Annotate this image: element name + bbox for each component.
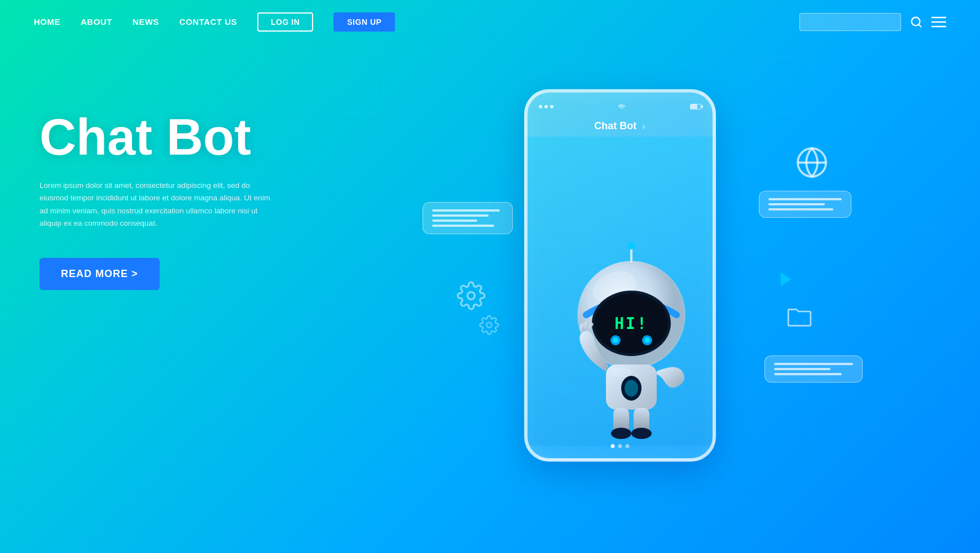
gear-icon-large: [456, 281, 486, 317]
folder-icon: [787, 306, 812, 332]
read-more-button[interactable]: READ MorE >: [39, 258, 160, 290]
phone-status-bar: [528, 93, 713, 116]
hero-left: Chat Bot Lorem ipsum dolor sit amet, con…: [39, 67, 322, 290]
chat-bubble-right-bottom: [764, 356, 863, 383]
chat-line: [774, 368, 830, 370]
menu-icon: [931, 16, 946, 28]
chat-bubble-left: [423, 202, 513, 234]
chat-line: [768, 198, 842, 200]
svg-point-6: [486, 323, 491, 328]
chat-line: [432, 225, 494, 227]
svg-point-28: [611, 428, 631, 439]
wifi-icon: [617, 102, 627, 111]
hero-description: Lorem ipsum dolor sit amet, consectetur …: [39, 179, 276, 230]
svg-marker-9: [780, 273, 791, 286]
svg-point-25: [625, 380, 638, 397]
nav-item-home[interactable]: HOME: [34, 17, 60, 27]
robot-character: HI!: [552, 242, 710, 456]
svg-point-21: [628, 243, 635, 249]
nav-item-contact[interactable]: CONTACT US: [179, 17, 237, 27]
phone-dots: [539, 105, 553, 108]
svg-point-19: [644, 337, 650, 343]
svg-point-29: [631, 428, 652, 439]
chat-line: [432, 220, 477, 222]
phone-signal-dot: [544, 105, 548, 108]
nav-item-news[interactable]: NEWS: [133, 17, 159, 27]
page-title: Chat Bot: [39, 112, 322, 163]
hero-right: Chat Bot ›: [322, 67, 941, 546]
hero-section: Chat Bot Lorem ipsum dolor sit amet, con…: [0, 44, 980, 546]
svg-point-5: [467, 292, 474, 300]
menu-icon-button[interactable]: [931, 16, 946, 28]
svg-point-18: [613, 337, 618, 343]
svg-rect-23: [612, 368, 631, 377]
phone-signal-dot: [550, 105, 553, 108]
search-icon-button[interactable]: [910, 16, 922, 28]
arrow-icon: [777, 270, 795, 292]
phone-app-title: Chat Bot: [594, 120, 636, 132]
search-input[interactable]: [799, 13, 901, 31]
chat-line: [432, 214, 489, 217]
signup-button-nav[interactable]: SIGN UP: [333, 12, 395, 32]
search-icon: [910, 16, 922, 28]
globe-icon: [795, 146, 829, 187]
navigation: HOME ABOUT NEWS CONTACT US LOG IN SIGN U…: [0, 0, 980, 44]
phone-title-bar: Chat Bot ›: [528, 116, 713, 137]
phone-signal-dot: [539, 105, 542, 108]
nav-right: [799, 13, 946, 31]
chat-bubble-right-top: [759, 191, 851, 218]
phone-battery-icon: [690, 104, 701, 109]
svg-text:HI!: HI!: [614, 314, 648, 333]
robot-svg: HI!: [552, 242, 710, 456]
nav-links: HOME ABOUT NEWS CONTACT US LOG IN SIGN U…: [34, 12, 395, 32]
phone-mockup: Chat Bot ›: [524, 89, 739, 473]
chat-line: [774, 373, 842, 375]
chat-line: [774, 363, 853, 365]
chat-line: [768, 203, 825, 205]
phone-title-arrow: ›: [642, 121, 645, 131]
login-button-nav[interactable]: LOG IN: [257, 12, 313, 32]
gear-icon-small: [479, 315, 499, 340]
chat-line: [432, 209, 500, 212]
svg-line-1: [919, 24, 921, 27]
chat-line: [768, 208, 833, 210]
nav-item-about[interactable]: ABOUT: [81, 17, 112, 27]
